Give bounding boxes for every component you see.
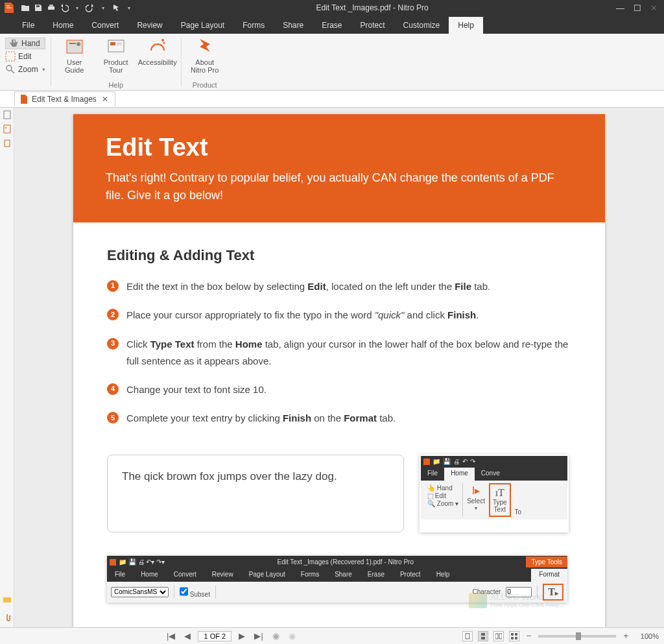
svg-rect-27 [515,633,517,636]
attachment-panel-icon[interactable] [3,613,12,622]
menu-tabs: File Home Convert Review Page Layout For… [0,16,664,34]
view-facing-continuous-button[interactable] [509,631,519,641]
edit-label: Edit [18,52,32,61]
tab-help[interactable]: Help [449,17,483,34]
tab-convert[interactable]: Convert [82,17,128,34]
about-nitro-button[interactable]: About Nitro Pro [185,36,224,74]
watermark: ALL PC WorldFree Apps One Click Away [469,592,560,608]
next-page-button[interactable]: ▶ [237,631,247,641]
zoom-slider[interactable] [538,635,616,638]
minimize-button[interactable]: — [616,3,624,13]
hero-banner: Edit Text That's right! Contrary to popu… [73,114,605,222]
tab-erase[interactable]: Erase [313,17,351,34]
page-input[interactable] [198,631,231,641]
close-tab-icon[interactable]: ✕ [101,95,110,104]
mini2-subset-check [180,586,188,597]
help-group-title: Help [108,81,123,89]
bookmarks-panel-icon[interactable] [3,125,12,134]
user-guide-label: User Guide [65,58,84,74]
svg-rect-0 [36,5,40,7]
product-group: About Nitro Pro Product [182,34,228,90]
svg-rect-21 [466,634,469,639]
redo-icon[interactable] [84,2,96,14]
step-number: 2 [107,309,119,320]
qat-dropdown-icon[interactable]: ▾ [71,2,83,14]
tools-group: Hand Edit Zoom▾ [0,34,51,90]
undo-icon[interactable] [58,2,70,14]
tab-share[interactable]: Share [274,17,313,34]
last-page-button[interactable]: ▶| [252,631,265,641]
next-view-button[interactable]: ◉ [287,631,298,641]
step-3: 3Click Type Text from the Home tab, alig… [107,336,569,370]
step-number: 5 [107,412,119,423]
prev-page-button[interactable]: ◀ [182,631,193,641]
section-title: Editing & Adding Text [107,247,569,264]
zoom-label: Zoom [18,65,38,74]
typing-box: The qick brown fox jumps over the lazy d… [107,455,404,532]
qat-dropdown2-icon[interactable]: ▾ [97,2,109,14]
product-tour-button[interactable]: Product Tour [97,36,136,74]
watermark-text: ALL PC World [491,592,544,602]
edit-tool[interactable]: Edit [5,51,45,62]
first-page-button[interactable]: |◀ [165,631,177,641]
watermark-subtext: Free Apps One Click Away [491,602,560,608]
open-icon[interactable] [19,2,31,14]
svg-rect-3 [6,52,15,61]
watermark-icon [469,593,487,608]
select-tool-icon[interactable] [110,2,122,14]
step-1: 1Edit the text in the box below by selec… [107,278,569,295]
steps-list: 1Edit the text in the box below by selec… [107,278,569,427]
about-nitro-label: About Nitro Pro [191,58,219,74]
mini-tab-file: File [421,468,444,481]
page-area[interactable]: Edit Text That's right! Contrary to popu… [14,108,664,627]
svg-point-16 [5,127,6,128]
view-facing-button[interactable] [493,631,504,641]
svg-rect-22 [481,633,485,636]
hand-label: Hand [21,39,40,48]
step-number: 4 [107,383,119,395]
tab-forms[interactable]: Forms [233,17,274,34]
accessibility-label: Accessibility [138,58,177,66]
hand-icon [8,38,19,49]
zoom-out-button[interactable]: − [525,631,534,641]
hero-title: Edit Text [106,134,573,161]
tab-home[interactable]: Home [43,17,82,34]
view-single-button[interactable] [462,631,473,641]
status-bar: |◀ ◀ ▶ ▶| ◉ ◉ − + 100% [0,627,664,644]
tab-protect[interactable]: Protect [351,17,394,34]
comment-panel-icon[interactable] [3,596,12,605]
tab-page-layout[interactable]: Page Layout [172,17,233,34]
zoom-in-button[interactable]: + [621,631,630,641]
svg-rect-20 [110,559,116,566]
svg-rect-15 [4,125,10,133]
product-group-title: Product [193,81,217,89]
view-continuous-button[interactable] [478,631,488,641]
zoom-icon [5,64,16,75]
hand-tool[interactable]: Hand [5,38,45,49]
tab-review[interactable]: Review [128,17,171,34]
svg-point-13 [163,42,165,44]
step-4: 4Change your text to font size 10. [107,381,569,398]
qat-dropdown3-icon[interactable]: ▾ [123,2,135,14]
print-icon[interactable] [45,2,57,14]
document-tabs: Edit Text & Images ✕ [0,91,664,108]
svg-rect-18 [3,597,11,602]
maximize-button[interactable]: ☐ [634,3,641,13]
document-tab[interactable]: Edit Text & Images ✕ [14,91,115,106]
quick-access-toolbar: ▾ ▾ ▾ [18,2,135,14]
pages-panel-icon[interactable] [3,110,12,119]
help-group: User Guide Product Tour Accessibility He… [51,34,181,90]
mini2-app-icon [107,559,119,566]
prev-view-button[interactable]: ◉ [270,631,281,641]
svg-point-8 [77,42,80,46]
layers-panel-icon[interactable] [3,139,12,148]
tab-customize[interactable]: Customize [394,17,449,34]
doc-tab-label: Edit Text & Images [32,95,97,104]
zoom-tool[interactable]: Zoom▾ [5,64,45,75]
user-guide-button[interactable]: User Guide [55,36,94,74]
save-icon[interactable] [32,2,44,14]
accessibility-button[interactable]: Accessibility [138,36,177,74]
mini2-format-tab: Format [531,569,567,582]
close-button[interactable]: ✕ [650,3,658,13]
file-menu[interactable]: File [13,17,43,34]
